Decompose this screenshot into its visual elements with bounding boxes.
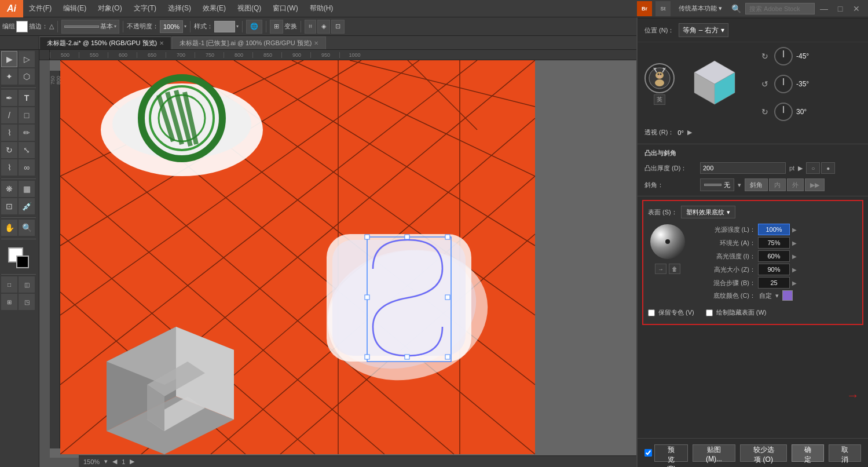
shading-color-dropdown[interactable]: 自定	[759, 291, 772, 300]
surface-dropdown[interactable]: 塑料效果底纹 ▾	[681, 206, 735, 218]
preview-checkbox[interactable]	[644, 449, 652, 457]
hand-tool[interactable]: ✋	[1, 220, 17, 236]
light-sphere[interactable]	[650, 224, 685, 259]
background-color[interactable]	[16, 256, 29, 268]
style-swatch[interactable]	[214, 21, 235, 32]
rotation-y-dial[interactable]	[774, 75, 793, 93]
tab-2[interactable]: 未标题-1 [已恢复].ai @ 100% (RGB/GPU 预览) ✕	[172, 37, 326, 49]
zoom-level[interactable]: 150%	[83, 458, 100, 465]
zoom-down-arrow[interactable]: ▾	[104, 458, 108, 465]
tab-1-close[interactable]: ✕	[159, 40, 164, 46]
direct-select-tool[interactable]: ▷	[19, 51, 35, 67]
artboard-svg[interactable]	[60, 60, 535, 454]
eyedropper-tool[interactable]: 💉	[19, 198, 35, 214]
zoom-tool[interactable]: 🔍	[19, 220, 35, 236]
lasso-tool[interactable]: ⬡	[19, 68, 35, 85]
scale-tool[interactable]: ⤡	[19, 142, 35, 158]
rotate-tool[interactable]: ↻	[1, 142, 17, 158]
menu-view[interactable]: 视图(Q)	[232, 1, 267, 16]
bevel-btn4[interactable]: ▶▶	[805, 178, 825, 191]
opacity-input[interactable]	[160, 20, 183, 33]
light-intensity-arrow[interactable]: ▶	[792, 227, 797, 233]
normal-mode[interactable]: □	[1, 276, 17, 293]
less-options-button[interactable]: 较少选项 (O)	[740, 444, 788, 462]
highlight-size-arrow[interactable]: ▶	[792, 267, 797, 273]
extrude-depth-input[interactable]	[700, 162, 786, 174]
ok-button[interactable]: 确定	[792, 444, 824, 462]
draw-hidden-checkbox[interactable]	[706, 309, 713, 316]
highlight-intensity-arrow[interactable]: ▶	[792, 253, 797, 260]
bevel-arrow[interactable]: ▾	[738, 181, 741, 189]
pen-tool[interactable]: ✒	[1, 90, 17, 106]
preview-button[interactable]: 预览 (P)	[654, 444, 688, 462]
opacity-arrow[interactable]: ▾	[184, 24, 186, 29]
blend-steps-arrow[interactable]: ▶	[792, 280, 797, 286]
rotation-z-dial[interactable]	[774, 103, 793, 121]
bevel-btn2[interactable]: 内	[769, 178, 786, 191]
menu-help[interactable]: 帮助(H)	[304, 1, 339, 16]
bevel-btn3[interactable]: 外	[787, 178, 804, 191]
style-arrow[interactable]: ▾	[236, 24, 239, 29]
blend-tool[interactable]: ∞	[19, 159, 35, 176]
endpoint-open[interactable]: ○	[806, 162, 820, 174]
zoom-nav-next[interactable]: ▶	[130, 458, 134, 465]
perspective-btn[interactable]: ◈	[317, 20, 330, 34]
slice-tool[interactable]: ⊡	[1, 198, 17, 214]
tab-2-close[interactable]: ✕	[314, 40, 318, 46]
pencil-tool[interactable]: ✏	[19, 125, 35, 141]
shading-color-swatch[interactable]	[782, 290, 793, 301]
rotation-x-dial[interactable]	[774, 47, 793, 65]
minimize-icon[interactable]: —	[817, 3, 831, 14]
bevel-btn1[interactable]: 斜角	[745, 178, 768, 191]
bevel-dropdown[interactable]: 无	[700, 178, 734, 191]
more-transform-btn[interactable]: ⊡	[331, 20, 345, 34]
preserve-spot-checkbox[interactable]	[648, 309, 655, 316]
perspective-arrow[interactable]: ▶	[687, 129, 692, 136]
symbol-tool[interactable]: ❋	[1, 181, 17, 197]
warp-tool[interactable]: ⌇	[1, 159, 17, 176]
zoom-nav-prev[interactable]: ◀	[112, 458, 117, 465]
stroke-style-dropdown[interactable]: 基本 ▾	[61, 20, 119, 34]
stroke-type[interactable]: △	[49, 23, 54, 30]
menu-select[interactable]: 选择(S)	[162, 1, 197, 16]
line-tool[interactable]: /	[1, 107, 17, 123]
align-btn[interactable]: ⊞	[270, 20, 283, 34]
highlight-intensity-input[interactable]	[758, 250, 790, 262]
blend-steps-input[interactable]	[758, 277, 790, 289]
type-tool[interactable]: T	[19, 90, 35, 106]
draw-inside[interactable]: ◫	[19, 276, 35, 293]
cancel-button[interactable]: 取消	[829, 444, 861, 462]
extrude-depth-arrow[interactable]: ▶	[798, 165, 803, 172]
highlight-size-input[interactable]	[758, 264, 790, 275]
menu-file[interactable]: 文件(F)	[23, 1, 57, 16]
menu-effect[interactable]: 效果(E)	[197, 1, 232, 16]
close-icon[interactable]: ✕	[849, 3, 863, 14]
rect-tool[interactable]: □	[19, 107, 35, 123]
endpoint-closed[interactable]: ●	[821, 162, 835, 174]
remove-light-btn[interactable]: 🗑	[669, 264, 680, 274]
tab-1[interactable]: 未标题-2.ai* @ 150% (RGB/GPU 预览) ✕	[39, 37, 171, 49]
globe-btn[interactable]: 🌐	[246, 20, 262, 34]
menu-type[interactable]: 文字(T)	[128, 1, 162, 16]
screen-mode[interactable]: ⊞	[1, 294, 17, 310]
warp-btn[interactable]: ⌗	[305, 20, 316, 34]
print-tiling[interactable]: ◳	[19, 294, 35, 310]
menu-window[interactable]: 窗口(W)	[267, 1, 303, 16]
search-icon[interactable]: 🔍	[729, 3, 743, 14]
search-input[interactable]	[745, 3, 815, 14]
workspace-preset[interactable]: 传统基本功能 ▾	[674, 3, 727, 14]
position-dropdown[interactable]: 等角 – 右方 ▾	[679, 23, 728, 37]
chart-tool[interactable]: ▦	[19, 181, 35, 197]
maximize-icon[interactable]: □	[833, 3, 847, 14]
add-light-btn[interactable]: →	[655, 264, 666, 274]
ambient-light-arrow[interactable]: ▶	[792, 240, 797, 246]
light-intensity-input[interactable]	[758, 224, 790, 235]
selection-tool[interactable]: ▶	[1, 51, 17, 67]
shading-color-dropdown-arrow[interactable]: ▾	[775, 292, 779, 300]
ambient-light-input[interactable]	[758, 237, 790, 249]
paintbrush-tool[interactable]: ⌇	[1, 125, 17, 141]
menu-edit[interactable]: 编辑(E)	[57, 1, 92, 16]
fill-color-swatch[interactable]	[16, 21, 28, 32]
paste-button[interactable]: 贴图 (M)...	[693, 444, 735, 462]
magic-wand-tool[interactable]: ✦	[1, 68, 17, 85]
